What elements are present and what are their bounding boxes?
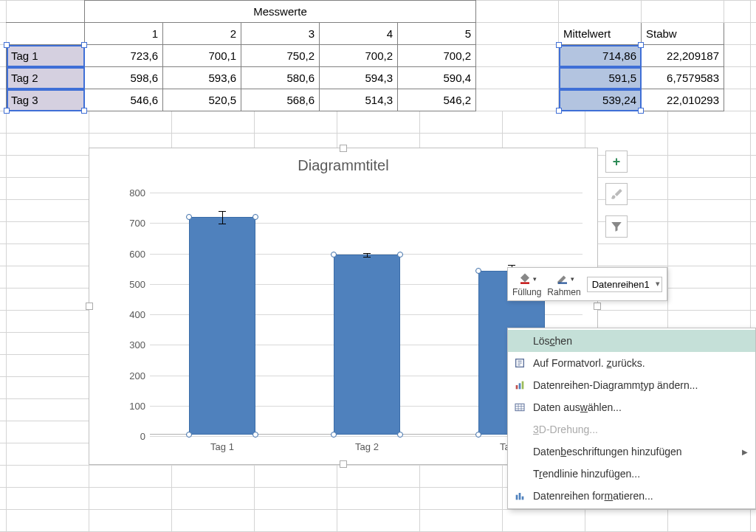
- svg-rect-8: [519, 493, 521, 500]
- context-menu: LöschenAuf Formatvorl. zurücks.Datenreih…: [507, 328, 756, 509]
- col-header[interactable]: 1: [85, 23, 163, 45]
- chart-elements-button[interactable]: +: [605, 151, 628, 173]
- menu-item-label: Löschen: [533, 335, 572, 347]
- selection-handle[interactable]: [397, 432, 403, 438]
- selection-handle[interactable]: [186, 432, 192, 438]
- cell[interactable]: 546,2: [398, 89, 476, 111]
- table-row: Tag 2 598,6 593,6 580,6 594,3 590,4 591,…: [7, 67, 724, 89]
- y-tick-label: 500: [129, 278, 145, 289]
- table-row: Tag 1 723,6 700,1 750,2 700,2 700,2 714,…: [7, 45, 724, 67]
- selection-handle[interactable]: [252, 432, 258, 438]
- context-menu-item-rotate3d: 3D-Drehung...: [508, 418, 755, 441]
- data-table: Messwerte 1 2 3 4 5 Mittelwert Stabw Tag…: [6, 0, 724, 111]
- context-menu-item-delete[interactable]: Löschen: [508, 330, 755, 352]
- selection-handle[interactable]: [252, 214, 258, 220]
- cell[interactable]: 700,2: [320, 45, 398, 67]
- cell[interactable]: 594,3: [320, 67, 398, 89]
- svg-rect-6: [515, 404, 524, 410]
- y-tick-label: 600: [129, 248, 145, 259]
- mittelwert-cell[interactable]: 539,24: [559, 89, 642, 111]
- cell[interactable]: 750,2: [241, 45, 320, 67]
- col-header[interactable]: 3: [241, 23, 320, 45]
- row-label[interactable]: Tag 1: [7, 45, 85, 67]
- menu-item-label: Auf Formatvorl. zurücks.: [533, 357, 645, 369]
- selection-handle[interactable]: [397, 252, 403, 258]
- col-header[interactable]: 4: [320, 23, 398, 45]
- messwerte-header[interactable]: Messwerte: [85, 1, 476, 23]
- row-label[interactable]: Tag 3: [7, 89, 85, 111]
- submenu-arrow-icon: ▶: [742, 448, 748, 456]
- selection-handle[interactable]: [186, 214, 192, 220]
- y-tick-label: 300: [129, 339, 145, 350]
- svg-rect-3: [516, 385, 518, 389]
- y-tick-label: 400: [129, 309, 145, 320]
- error-bar: [367, 253, 368, 258]
- context-menu-item-format[interactable]: Datenreihen formatieren...: [508, 485, 755, 507]
- y-tick-label: 100: [129, 400, 145, 411]
- outline-label: Rahmen: [547, 287, 580, 297]
- cell[interactable]: 593,6: [163, 67, 241, 89]
- context-menu-item-select[interactable]: Daten auswählen...: [508, 396, 755, 418]
- table-row: Tag 3 546,6 520,5 568,6 514,3 546,2 539,…: [7, 89, 724, 111]
- svg-rect-0: [520, 283, 529, 284]
- x-tick-label: Tag 2: [326, 441, 408, 452]
- mittelwert-header[interactable]: Mittelwert: [559, 23, 642, 45]
- resize-handle[interactable]: [340, 145, 347, 152]
- stabw-header[interactable]: Stabw: [642, 23, 724, 45]
- fill-label: Füllung: [512, 287, 541, 297]
- selection-handle[interactable]: [331, 252, 337, 258]
- cell[interactable]: 700,1: [163, 45, 241, 67]
- cell[interactable]: 546,6: [85, 89, 163, 111]
- mittelwert-cell[interactable]: 714,86: [559, 45, 642, 67]
- col-header[interactable]: 5: [398, 23, 476, 45]
- svg-rect-5: [522, 381, 524, 390]
- context-menu-item-chtype[interactable]: Datenreihen-Diagrammtyp ändern...: [508, 374, 755, 396]
- mittelwert-cell[interactable]: 591,5: [559, 67, 642, 89]
- table-header-row-2: 1 2 3 4 5 Mittelwert Stabw: [7, 23, 724, 45]
- chart-filter-button[interactable]: [605, 215, 628, 238]
- cell[interactable]: 598,6: [85, 67, 163, 89]
- chart-title[interactable]: Diagrammtitel: [89, 157, 597, 174]
- outline-button[interactable]: ▾ Rahmen: [547, 271, 580, 297]
- x-tick-label: Tag 1: [182, 441, 263, 452]
- chart-styles-button[interactable]: [605, 183, 628, 205]
- stabw-cell[interactable]: 22,209187: [642, 45, 724, 67]
- y-axis: 0100200300400500600700800: [120, 193, 150, 435]
- cell[interactable]: 700,2: [398, 45, 476, 67]
- selection-handle[interactable]: [475, 432, 481, 438]
- resize-handle[interactable]: [86, 303, 93, 310]
- mini-toolbar: ▾ Füllung ▾ Rahmen Datenreihen1: [507, 267, 667, 301]
- bucket-icon: [517, 272, 533, 286]
- menu-item-label: Daten auswählen...: [533, 401, 622, 413]
- context-menu-item-reset[interactable]: Auf Formatvorl. zurücks.: [508, 352, 755, 374]
- resize-handle[interactable]: [594, 303, 601, 310]
- context-menu-item-labels[interactable]: Datenbeschriftungen hinzufügen▶: [508, 441, 755, 463]
- resize-handle[interactable]: [340, 460, 347, 468]
- menu-item-label: Datenreihen formatieren...: [533, 490, 653, 502]
- funnel-icon: [610, 220, 623, 233]
- cell[interactable]: 580,6: [241, 67, 320, 89]
- table-icon: [512, 401, 527, 413]
- bars-icon: [512, 490, 527, 502]
- bar[interactable]: [189, 217, 255, 435]
- table-header-row-1: Messwerte: [7, 1, 724, 23]
- reset-icon: [512, 357, 527, 369]
- svg-rect-7: [516, 495, 518, 500]
- bar[interactable]: [334, 255, 400, 435]
- cell[interactable]: 723,6: [85, 45, 163, 67]
- selection-handle[interactable]: [475, 268, 481, 274]
- cell[interactable]: 568,6: [241, 89, 320, 111]
- svg-rect-4: [519, 383, 521, 389]
- fill-button[interactable]: ▾ Füllung: [512, 271, 541, 297]
- row-label[interactable]: Tag 2: [7, 67, 85, 89]
- stabw-cell[interactable]: 6,7579583: [642, 67, 724, 89]
- cell[interactable]: 520,5: [163, 89, 241, 111]
- series-dropdown[interactable]: Datenreihen1: [587, 277, 662, 292]
- error-bar: [222, 211, 223, 224]
- cell[interactable]: 514,3: [320, 89, 398, 111]
- stabw-cell[interactable]: 22,010293: [642, 89, 724, 111]
- context-menu-item-trend[interactable]: Trendlinie hinzufügen...: [508, 463, 755, 485]
- cell[interactable]: 590,4: [398, 67, 476, 89]
- selection-handle[interactable]: [331, 432, 337, 438]
- col-header[interactable]: 2: [163, 23, 241, 45]
